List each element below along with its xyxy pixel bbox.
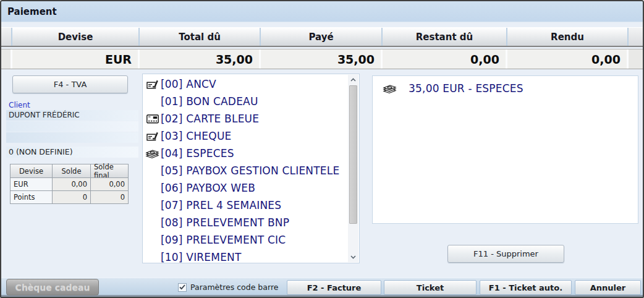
payment-item-label: [04] ESPECES bbox=[161, 147, 234, 160]
payment-item-label: [03] CHEQUE bbox=[161, 130, 231, 142]
column-header-rendu: Rendu bbox=[507, 28, 629, 46]
barcode-settings-checkbox[interactable] bbox=[178, 283, 187, 292]
payment-method-item[interactable]: [10] VIREMENT bbox=[144, 249, 347, 263]
payment-window: Paiement Devise Total dû Payé Restant dû… bbox=[0, 0, 644, 298]
payment-method-item[interactable]: [03] CHEQUE bbox=[144, 127, 347, 145]
payment-method-item[interactable]: [08] PRELEVEMENT BNP bbox=[144, 214, 347, 231]
client-info-rows: DUPONT FRÉDÉRIC bbox=[6, 110, 138, 143]
balance-value-cell: 0 bbox=[53, 190, 91, 203]
summary-header-row: Devise Total dû Payé Restant dû Rendu bbox=[1, 27, 643, 47]
balance-table-header: DeviseSoldeSolde final bbox=[11, 164, 128, 177]
client-info-row bbox=[6, 132, 138, 143]
selected-payment-entry[interactable]: 35,00 EUR - ESPECES bbox=[373, 76, 638, 95]
balance-table-row: EUR0,000,00 bbox=[11, 177, 128, 190]
payment-method-item[interactable]: [00] ANCV bbox=[144, 75, 347, 93]
summary-data-row: EUR 35,00 35,00 0,00 0,00 bbox=[1, 49, 643, 69]
payment-method-rows: [00] ANCV[01] BON CADEAU[02] CARTE BLEUE… bbox=[144, 75, 347, 263]
payment-item-label: [07] PREL 4 SEMAINES bbox=[161, 199, 281, 211]
delete-payment-button[interactable]: F11 - Supprimer bbox=[447, 245, 564, 263]
bottom-action-bar: Chèque cadeau Paramètres code barre F2 -… bbox=[1, 278, 643, 297]
balance-column-header: Solde bbox=[53, 164, 91, 177]
ticket-button[interactable]: Ticket bbox=[384, 280, 477, 295]
payment-summary-table: Devise Total dû Payé Restant dû Rendu EU… bbox=[1, 27, 643, 69]
cell-restant-du: 0,00 bbox=[383, 49, 507, 69]
cheque-icon bbox=[144, 79, 161, 90]
cell-devise: EUR bbox=[12, 49, 140, 69]
balance-value-cell: 0,00 bbox=[53, 177, 91, 190]
payment-method-item[interactable]: [06] PAYBOX WEB bbox=[144, 179, 347, 197]
payment-item-label: [06] PAYBOX WEB bbox=[161, 182, 255, 194]
balance-row-label: EUR bbox=[11, 177, 53, 190]
cell-paye: 35,00 bbox=[261, 49, 383, 69]
scroll-up-icon[interactable] bbox=[348, 75, 358, 85]
column-header-restant-du: Restant dû bbox=[383, 28, 507, 46]
payment-item-label: [00] ANCV bbox=[161, 78, 216, 90]
payment-item-label: [10] VIREMENT bbox=[161, 251, 242, 263]
payment-method-item[interactable]: [09] PRELEVEMENT CIC bbox=[144, 231, 347, 249]
payment-method-item[interactable]: [04] ESPECES bbox=[144, 145, 347, 162]
selected-payments-panel[interactable]: 35,00 EUR - ESPECES bbox=[372, 75, 638, 224]
column-header-total-du: Total dû bbox=[140, 28, 261, 46]
cash-icon bbox=[380, 83, 409, 95]
cell-total-du: 35,00 bbox=[140, 49, 261, 69]
scroll-down-icon[interactable] bbox=[348, 252, 358, 262]
card-icon bbox=[144, 114, 161, 124]
balance-column-header: Devise bbox=[11, 164, 53, 177]
cash-icon bbox=[144, 148, 161, 160]
payment-item-label: 35,00 EUR - ESPECES bbox=[409, 82, 523, 95]
summary-header-trailing bbox=[629, 28, 643, 46]
cancel-button[interactable]: Annuler bbox=[575, 280, 641, 295]
payment-item-label: [02] CARTE BLEUE bbox=[161, 113, 259, 125]
client-info-row bbox=[6, 121, 138, 132]
window-title: Paiement bbox=[1, 1, 643, 22]
payment-methods-list[interactable]: [00] ANCV[01] BON CADEAU[02] CARTE BLEUE… bbox=[142, 74, 360, 263]
payment-method-item[interactable]: [05] PAYBOX GESTION CLIENTELE bbox=[144, 162, 347, 179]
balance-table: DeviseSoldeSolde finalEUR0,000,00Points0… bbox=[10, 164, 129, 204]
balance-table-row: Points00 bbox=[11, 190, 128, 203]
summary-selector-header bbox=[1, 28, 12, 46]
list-scrollbar[interactable] bbox=[348, 75, 358, 262]
balance-column-header: Solde final bbox=[91, 164, 128, 177]
payment-method-item[interactable]: [07] PREL 4 SEMAINES bbox=[144, 197, 347, 214]
client-panel: F4 - TVA Client DUPONT FRÉDÉRIC 0 (NON D… bbox=[6, 75, 138, 204]
tva-button[interactable]: F4 - TVA bbox=[12, 75, 128, 93]
balance-row-label: Points bbox=[11, 190, 53, 203]
invoice-button[interactable]: F2 - Facture bbox=[287, 280, 381, 295]
payment-method-item[interactable]: [01] BON CADEAU bbox=[144, 93, 347, 110]
payment-item-label: [09] PRELEVEMENT CIC bbox=[161, 234, 286, 246]
cell-rendu: 0,00 bbox=[507, 49, 629, 69]
row-selector-cell bbox=[1, 49, 12, 69]
scrollbar-thumb[interactable] bbox=[349, 85, 357, 224]
client-name: DUPONT FRÉDÉRIC bbox=[6, 110, 138, 121]
balance-value-cell: 0 bbox=[91, 190, 128, 203]
cheque-icon bbox=[144, 131, 161, 142]
row-trailing-cell bbox=[629, 49, 643, 69]
barcode-settings-label: Paramètres code barre bbox=[190, 283, 278, 292]
gift-cheque-button[interactable]: Chèque cadeau bbox=[6, 279, 99, 296]
client-note: 0 (NON DEFINIE) bbox=[6, 147, 138, 158]
client-label: Client bbox=[9, 101, 138, 109]
auto-ticket-button[interactable]: F1 - Ticket auto. bbox=[480, 280, 572, 295]
column-header-devise: Devise bbox=[12, 28, 140, 46]
payment-method-item[interactable]: [02] CARTE BLEUE bbox=[144, 110, 347, 127]
column-header-paye: Payé bbox=[261, 28, 383, 46]
payment-item-label: [08] PRELEVEMENT BNP bbox=[161, 216, 289, 229]
payment-item-label: [01] BON CADEAU bbox=[161, 95, 258, 108]
main-content: F4 - TVA Client DUPONT FRÉDÉRIC 0 (NON D… bbox=[1, 69, 643, 278]
payment-item-label: [05] PAYBOX GESTION CLIENTELE bbox=[161, 164, 339, 177]
balance-value-cell: 0,00 bbox=[91, 177, 128, 190]
